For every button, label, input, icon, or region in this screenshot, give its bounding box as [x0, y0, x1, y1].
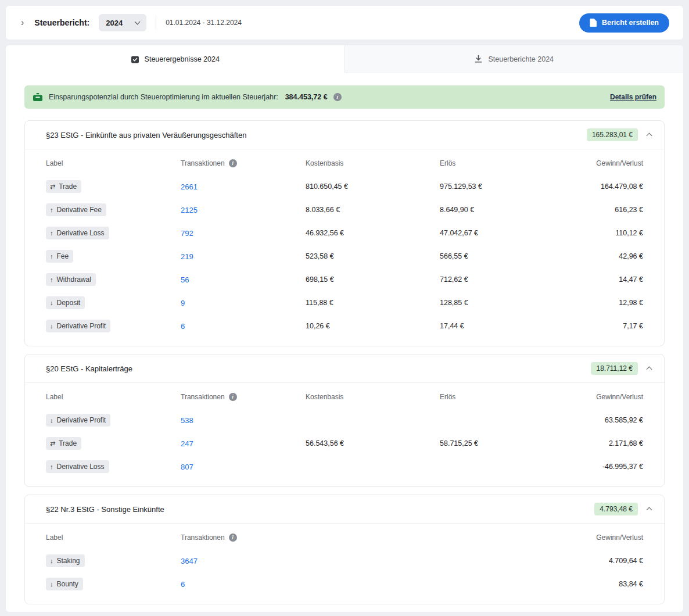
transaction-type-label: Derivative Loss [57, 229, 105, 237]
column-header: Label [46, 159, 63, 167]
create-report-button[interactable]: Bericht erstellen [579, 13, 669, 33]
transactions-count-link[interactable]: 792 [181, 229, 193, 238]
gain-value: 42,96 € [619, 252, 643, 260]
year-select[interactable]: 2024 [99, 14, 146, 31]
transaction-type-label: Derivative Profit [57, 416, 106, 424]
table-row: ↑Derivative Fee21258.033,66 €8.649,90 €6… [46, 198, 643, 221]
transaction-type-badge: ↓Derivative Profit [46, 320, 110, 332]
tab-steuerergebnisse[interactable]: Steuerergebnisse 2024 [6, 45, 345, 73]
table-row: ⇄Trade24756.543,56 €58.715,25 €2.171,68 … [46, 432, 643, 455]
proceeds-value: 128,85 € [440, 299, 468, 307]
collapse-chevron-icon[interactable] [647, 506, 651, 512]
section-header: §23 EStG - Einkünfte aus privaten Veräuß… [25, 121, 664, 149]
gain-value: 14,47 € [619, 275, 643, 284]
transactions-count-link[interactable]: 6 [181, 322, 185, 331]
column-header: Label [46, 533, 63, 542]
tax-section-card: §23 EStG - Einkünfte aus privaten Veräuß… [24, 120, 665, 346]
section-table: LabelTransaktioneniGewinn/Verlust↓Stakin… [25, 524, 664, 604]
proceeds-value: 566,55 € [440, 252, 468, 260]
arrow-up-icon: ↑ [50, 277, 53, 283]
main-panel: Steuerergebnisse 2024 Steuerberichte 202… [6, 45, 683, 612]
transaction-type-badge: ↓Bounty [46, 578, 83, 590]
create-report-label: Bericht erstellen [602, 19, 659, 27]
section-header: §20 EStG - Kapitalerträge 18.711,12 € [25, 354, 664, 383]
info-icon[interactable]: i [229, 393, 237, 401]
gain-value: 63.585,92 € [605, 416, 643, 424]
column-header: Kostenbasis [306, 159, 343, 167]
gain-value: 164.479,08 € [601, 182, 643, 191]
tab-steuerberichte[interactable]: Steuerberichte 2024 [345, 45, 684, 73]
info-icon[interactable]: i [333, 93, 342, 101]
gain-value: -46.995,37 € [602, 463, 643, 471]
cost_basis-value: 523,58 € [306, 252, 334, 260]
gain-value: 7,17 € [623, 322, 643, 330]
column-header: Transaktionen [181, 393, 225, 401]
transactions-count-link[interactable]: 2125 [181, 206, 198, 214]
breadcrumb-chevron-icon[interactable]: › [20, 18, 25, 27]
cost_basis-value: 8.033,66 € [306, 206, 340, 214]
tab-label: Steuerergebnisse 2024 [145, 55, 220, 63]
table-row: ↑Fee219523,58 €566,55 €42,96 € [46, 245, 643, 268]
transaction-type-label: Deposit [57, 299, 81, 307]
gain-value: 83,84 € [619, 580, 643, 588]
arrow-down-icon: ↓ [50, 558, 53, 564]
section-table: LabelTransaktioneniKostenbasisErlösGewin… [25, 149, 664, 346]
transactions-count-link[interactable]: 2661 [181, 182, 198, 191]
column-header: Erlös [440, 393, 455, 401]
table-row: ↓Deposit9115,88 €128,85 €12,98 € [46, 291, 643, 314]
proceeds-value: 17,44 € [440, 322, 464, 330]
proceeds-value: 8.649,90 € [440, 206, 474, 214]
page-title: Steuerbericht: [34, 18, 89, 27]
column-header: Kostenbasis [306, 393, 343, 401]
download-icon [474, 55, 483, 63]
info-icon[interactable]: i [229, 533, 237, 542]
cost_basis-value: 810.650,45 € [306, 182, 348, 191]
info-icon[interactable]: i [229, 159, 237, 167]
transactions-count-link[interactable]: 9 [181, 299, 185, 307]
transaction-type-badge: ↑Derivative Loss [46, 460, 109, 473]
transactions-count-link[interactable]: 247 [181, 439, 193, 448]
collapse-chevron-icon[interactable] [647, 132, 651, 138]
transactions-count-link[interactable]: 807 [181, 463, 193, 471]
transaction-type-label: Fee [57, 252, 69, 260]
transaction-type-label: Withdrawal [57, 275, 91, 284]
tab-label: Steuerberichte 2024 [488, 55, 554, 63]
details-link[interactable]: Details prüfen [610, 93, 656, 101]
column-header-row: LabelTransaktioneniKostenbasisErlösGewin… [46, 385, 643, 409]
transaction-type-badge: ⇄Trade [46, 180, 81, 193]
cost_basis-value: 115,88 € [306, 299, 333, 307]
gain-value: 110,12 € [615, 229, 643, 237]
section-title: §22 Nr.3 EStG - Sonstige Einkünfte [46, 505, 594, 514]
cost_basis-value: 10,26 € [306, 322, 330, 330]
transactions-count-link[interactable]: 219 [181, 252, 193, 261]
transactions-count-link[interactable]: 56 [181, 275, 189, 284]
arrow-down-icon: ↓ [50, 300, 53, 306]
tax-results-icon [131, 55, 139, 64]
column-header: Gewinn/Verlust [596, 533, 643, 542]
transaction-type-badge: ↓Deposit [46, 296, 85, 309]
arrow-up-icon: ↑ [50, 253, 53, 260]
section-header: §22 Nr.3 EStG - Sonstige Einkünfte 4.793… [25, 495, 664, 524]
transactions-count-link[interactable]: 538 [181, 416, 193, 425]
transactions-count-link[interactable]: 6 [181, 580, 185, 589]
table-row: ↓Derivative Profit53863.585,92 € [46, 409, 643, 432]
column-header-row: LabelTransaktioneniGewinn/Verlust [46, 526, 643, 549]
cost_basis-value: 46.932,56 € [306, 229, 344, 237]
savings-icon [33, 92, 43, 102]
section-title: §20 EStG - Kapitalerträge [46, 364, 591, 373]
table-row: ↓Derivative Profit610,26 €17,44 €7,17 € [46, 314, 643, 338]
section-title: §23 EStG - Einkünfte aus privaten Veräuß… [46, 131, 587, 139]
column-header: Label [46, 393, 63, 401]
cost_basis-value: 56.543,56 € [306, 439, 344, 447]
proceeds-value: 58.715,25 € [440, 439, 478, 447]
transactions-count-link[interactable]: 3647 [181, 557, 198, 565]
arrow-up-icon: ↑ [50, 464, 53, 470]
chevron-down-icon [135, 19, 141, 25]
gain-value: 2.171,68 € [609, 439, 643, 447]
proceeds-value: 712,62 € [440, 275, 468, 284]
column-header: Erlös [440, 159, 455, 167]
document-icon [590, 19, 597, 27]
collapse-chevron-icon[interactable] [647, 366, 651, 371]
transaction-type-label: Derivative Loss [57, 463, 105, 471]
column-header: Transaktionen [181, 533, 225, 542]
